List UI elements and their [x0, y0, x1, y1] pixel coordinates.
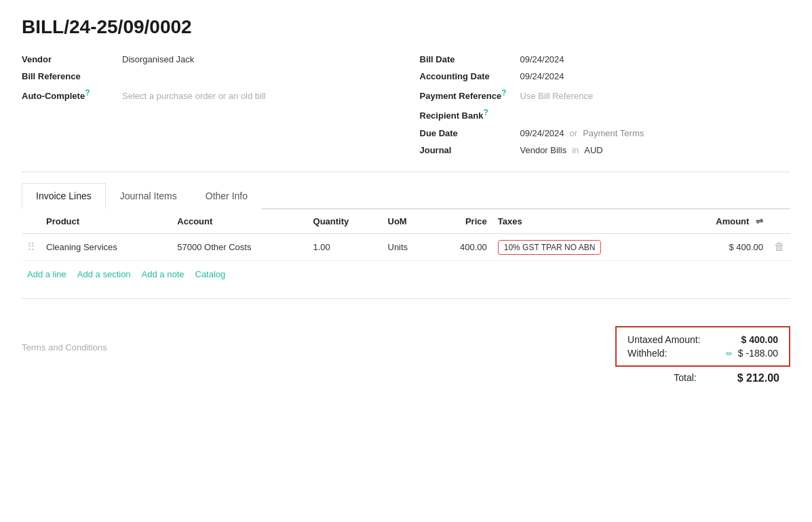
untaxed-row: Untaxed Amount: $ 400.00 — [627, 333, 778, 346]
col-uom-header: UoM — [383, 209, 432, 234]
journal-value[interactable]: Vendor Bills — [520, 145, 567, 155]
tabs-container: Invoice Lines Journal Items Other Info — [22, 183, 790, 209]
bill-reference-label: Bill Reference — [22, 71, 117, 81]
col-quantity-header: Quantity — [308, 209, 383, 234]
payment-reference-row: Payment Reference? Use Bill Reference — [420, 88, 791, 101]
payment-reference-label: Payment Reference? — [420, 88, 515, 101]
tax-badge[interactable]: 10% GST TPAR NO ABN — [498, 240, 602, 255]
row-taxes[interactable]: 10% GST TPAR NO ABN — [492, 233, 676, 260]
journal-currency[interactable]: AUD — [584, 145, 602, 155]
col-amount-header: Amount ⇌ — [676, 209, 769, 234]
journal-row: Journal Vendor Bills in AUD — [420, 145, 791, 155]
payment-reference-help-icon[interactable]: ? — [501, 88, 506, 98]
due-date-row: Due Date 09/24/2024 or Payment Terms — [420, 128, 791, 138]
drag-handle-icon[interactable]: ⠿ — [27, 241, 35, 253]
delete-row-icon[interactable]: 🗑 — [774, 241, 785, 252]
row-quantity[interactable]: 1.00 — [308, 233, 383, 260]
row-product[interactable]: Cleaning Services — [41, 233, 172, 260]
journal-label: Journal — [420, 145, 515, 155]
grand-total-row: Total: $ 212.00 — [674, 369, 790, 384]
recipient-bank-row: Recipient Bank? — [420, 108, 791, 121]
withheld-amount: ✏ $ -188.00 — [726, 348, 778, 359]
totals-box: Untaxed Amount: $ 400.00 Withheld: ✏ $ -… — [615, 326, 790, 367]
auto-complete-row: Auto-Complete? Select a purchase order o… — [22, 88, 393, 101]
content-separator — [22, 298, 790, 299]
invoice-table-container: Product Account Quantity UoM Price Taxes… — [22, 209, 790, 287]
vendor-row: Vendor Disorganised Jack — [22, 54, 393, 64]
auto-complete-label: Auto-Complete? — [22, 88, 117, 101]
payment-reference-input[interactable]: Use Bill Reference — [520, 91, 594, 101]
withheld-label: Withheld: — [627, 348, 667, 359]
bottom-area: Terms and Conditions Untaxed Amount: $ 4… — [22, 326, 790, 384]
vendor-value: Disorganised Jack — [122, 54, 194, 64]
total-value: $ 212.00 — [737, 372, 779, 384]
amount-settings-icon[interactable]: ⇌ — [756, 216, 763, 226]
vendor-label: Vendor — [22, 54, 117, 64]
tab-invoice-lines[interactable]: Invoice Lines — [22, 183, 106, 209]
bill-date-value[interactable]: 09/24/2024 — [520, 54, 564, 64]
form-right: Bill Date 09/24/2024 Accounting Date 09/… — [420, 54, 791, 155]
bill-date-row: Bill Date 09/24/2024 — [420, 54, 791, 64]
recipient-bank-label: Recipient Bank? — [420, 108, 515, 121]
journal-in: in — [572, 145, 579, 155]
form-separator — [22, 172, 790, 172]
untaxed-value: $ 400.00 — [741, 334, 779, 345]
col-taxes-header: Taxes — [492, 209, 676, 234]
accounting-date-row: Accounting Date 09/24/2024 — [420, 71, 791, 81]
row-delete[interactable]: 🗑 — [769, 233, 790, 260]
page-title: BILL/24-25/09/0002 — [22, 16, 790, 38]
withheld-row: Withheld: ✏ $ -188.00 — [627, 346, 778, 360]
untaxed-label: Untaxed Amount: — [627, 334, 700, 345]
auto-complete-input[interactable]: Select a purchase order or an old bill — [122, 91, 266, 101]
row-amount: $ 400.00 — [676, 233, 769, 260]
col-drag — [22, 209, 41, 234]
form-grid: Vendor Disorganised Jack Bill Reference … — [22, 54, 790, 155]
row-drag-handle[interactable]: ⠿ — [22, 233, 41, 260]
table-row: ⠿ Cleaning Services 57000 Other Costs 1.… — [22, 233, 790, 260]
page-container: BILL/24-25/09/0002 Vendor Disorganised J… — [0, 0, 812, 401]
invoice-table: Product Account Quantity UoM Price Taxes… — [22, 209, 790, 261]
col-account-header: Account — [172, 209, 307, 234]
row-price[interactable]: 400.00 — [432, 233, 492, 260]
bill-date-label: Bill Date — [420, 54, 515, 64]
terms-conditions: Terms and Conditions — [22, 326, 107, 353]
total-label: Total: — [674, 372, 696, 384]
add-note-link[interactable]: Add a note — [142, 269, 185, 279]
accounting-date-label: Accounting Date — [420, 71, 515, 81]
form-left: Vendor Disorganised Jack Bill Reference … — [22, 54, 393, 155]
due-date-label: Due Date — [420, 128, 515, 138]
payment-terms-value[interactable]: Payment Terms — [583, 128, 644, 138]
withheld-edit-icon[interactable]: ✏ — [726, 349, 733, 359]
tab-journal-items[interactable]: Journal Items — [106, 183, 191, 209]
table-actions: Add a line Add a section Add a note Cata… — [22, 261, 790, 287]
auto-complete-help-icon[interactable]: ? — [85, 88, 90, 98]
add-line-link[interactable]: Add a line — [27, 269, 66, 279]
tab-other-info[interactable]: Other Info — [191, 183, 262, 209]
accounting-date-value[interactable]: 09/24/2024 — [520, 71, 564, 81]
table-header-row: Product Account Quantity UoM Price Taxes… — [22, 209, 790, 234]
recipient-bank-help-icon[interactable]: ? — [483, 108, 488, 117]
row-account[interactable]: 57000 Other Costs — [172, 233, 307, 260]
catalog-link[interactable]: Catalog — [195, 269, 226, 279]
due-date-or: or — [570, 128, 578, 138]
add-section-link[interactable]: Add a section — [77, 269, 131, 279]
row-uom[interactable]: Units — [383, 233, 432, 260]
col-product-header: Product — [41, 209, 172, 234]
col-price-header: Price — [432, 209, 492, 234]
bill-reference-row: Bill Reference — [22, 71, 393, 81]
col-actions-header — [769, 209, 790, 234]
due-date-value[interactable]: 09/24/2024 — [520, 128, 564, 138]
totals-right: Untaxed Amount: $ 400.00 Withheld: ✏ $ -… — [615, 326, 790, 384]
